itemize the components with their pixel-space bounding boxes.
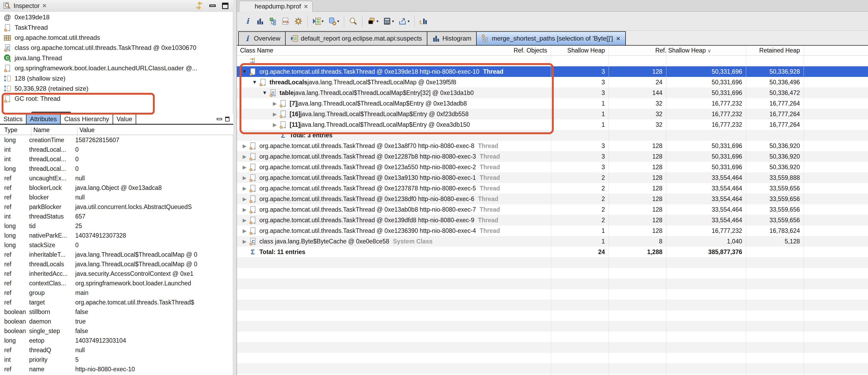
- collapse-arrow-icon[interactable]: ▼: [251, 79, 258, 85]
- info-button[interactable]: i: [241, 15, 254, 27]
- column-header-retained-heap[interactable]: Retained Heap: [747, 47, 800, 54]
- attr-row[interactable]: refcontextClas...org.springframework.boo…: [0, 279, 233, 288]
- dropdown-arrow-icon[interactable]: ▾: [392, 19, 394, 24]
- tree-row[interactable]: ▶[7] java.lang.ThreadLocal$ThreadLocalMa…: [237, 98, 868, 109]
- dropdown-arrow-icon[interactable]: ▾: [337, 19, 339, 24]
- panel-divider[interactable]: [234, 0, 237, 375]
- attr-row[interactable]: intthreadLocal...0: [0, 145, 233, 154]
- attr-row[interactable]: refinheritedAcc...java.security.AccessCo…: [0, 269, 233, 279]
- tab-heapdump[interactable]: heapdump.hprof ✕: [239, 1, 313, 12]
- tree-row[interactable]: ▶[11] java.lang.ThreadLocal$ThreadLocalM…: [237, 119, 868, 130]
- attr-row[interactable]: longtid25: [0, 221, 233, 231]
- attr-row[interactable]: reftargetorg.apache.tomcat.util.threads.…: [0, 297, 233, 307]
- tab-attributes[interactable]: Attributes: [27, 114, 61, 124]
- inspector-close-icon[interactable]: ✕: [42, 3, 47, 8]
- close-icon[interactable]: ✕: [304, 4, 308, 9]
- tree-row[interactable]: ▶org.apache.tomcat.util.threads.TaskThre…: [237, 162, 868, 172]
- tab-class-hierarchy[interactable]: Class Hierarchy: [61, 114, 113, 124]
- tree-row[interactable]: ΣTotal: 11 entries241,288385,877,376: [237, 247, 868, 257]
- expand-arrow-icon[interactable]: ▶: [241, 228, 249, 234]
- attr-row[interactable]: longnativeParkE...140374912307328: [0, 231, 233, 240]
- tree-row[interactable]: ▶org.apache.tomcat.util.threads.TaskThre…: [237, 204, 868, 215]
- tree-row[interactable]: ▶org.apache.tomcat.util.threads.TaskThre…: [237, 141, 868, 151]
- attr-row[interactable]: refblockernull: [0, 193, 233, 202]
- tree-row[interactable]: ▶org.apache.tomcat.util.threads.TaskThre…: [237, 215, 868, 225]
- column-header-ref-objects[interactable]: Ref. Objects: [495, 47, 547, 54]
- inspector-item[interactable]: org.springframework.boot.loader.Launched…: [0, 63, 233, 73]
- view-tab-merge_shortest_paths[interactable]: merge_shortest_paths [selection of 'Byte…: [476, 31, 626, 45]
- expand-arrow-icon[interactable]: ▶: [271, 122, 279, 128]
- dropdown-arrow-icon[interactable]: ▾: [407, 19, 410, 24]
- tree-row[interactable]: ▼threadLocals java.lang.ThreadLocal$Thre…: [237, 77, 868, 88]
- query-browser-button[interactable]: ▾: [326, 15, 342, 27]
- expand-arrow-icon[interactable]: ▶: [241, 238, 249, 244]
- group-by-button[interactable]: ▾: [365, 15, 381, 27]
- export-button[interactable]: ▾: [396, 15, 412, 27]
- inspector-item[interactable]: CSjava.lang.Thread: [0, 53, 233, 63]
- expand-arrow-icon[interactable]: ▶: [271, 111, 279, 117]
- restore-view-icon[interactable]: [225, 117, 229, 121]
- thread-overview-button[interactable]: [292, 15, 305, 27]
- attr-row[interactable]: longthreadLocal...0: [0, 164, 233, 173]
- attr-row[interactable]: refparkBlockerjava.util.concurrent.locks…: [0, 202, 233, 212]
- column-header-name[interactable]: Name: [33, 126, 50, 134]
- minimize-icon[interactable]: [209, 4, 216, 7]
- attr-row[interactable]: refuncaughtEx...null: [0, 173, 233, 183]
- tree-row[interactable]: ▶[16] java.lang.ThreadLocal$ThreadLocalM…: [237, 109, 868, 119]
- attr-row[interactable]: intthreadStatus657: [0, 212, 233, 221]
- calculator-button[interactable]: ▾: [381, 15, 396, 27]
- tab-value[interactable]: Value: [113, 114, 136, 124]
- tree-row[interactable]: ▶org.apache.tomcat.util.threads.TaskThre…: [237, 151, 868, 162]
- column-header-type[interactable]: Type: [4, 126, 18, 134]
- attr-row[interactable]: booleandaemontrue: [0, 317, 233, 326]
- maximize-icon[interactable]: [222, 3, 228, 9]
- attr-row[interactable]: intthreadLocal...0: [0, 154, 233, 164]
- expand-arrow-icon[interactable]: ▶: [241, 217, 249, 223]
- inspector-item[interactable]: 128 (shallow size): [0, 73, 233, 83]
- column-header-ref-shallow-heap[interactable]: Ref. Shallow Heap ∨: [645, 47, 711, 54]
- expand-arrow-icon[interactable]: ▶: [241, 153, 249, 160]
- inspector-item-gc-root[interactable]: GC root: Thread: [0, 94, 233, 104]
- view-tab-overview[interactable]: iOverview: [238, 31, 286, 45]
- attr-row[interactable]: booleanstillbornfalse: [0, 307, 233, 317]
- expand-arrow-icon[interactable]: ▶: [241, 164, 249, 170]
- histogram-button[interactable]: [254, 15, 267, 27]
- tab-statics[interactable]: Statics: [0, 114, 27, 124]
- tree-row[interactable]: ▼org.apache.tomcat.util.threads.TaskThre…: [237, 66, 868, 77]
- tree-row[interactable]: ▶org.apache.tomcat.util.threads.TaskThre…: [237, 225, 868, 236]
- attr-row[interactable]: intpriority5: [0, 355, 233, 365]
- attr-row[interactable]: refnamehttp-nio-8080-exec-10: [0, 365, 233, 374]
- run-report-button[interactable]: ▾: [310, 15, 326, 27]
- view-tab-histogram[interactable]: Histogram: [427, 31, 477, 45]
- column-header-class-name[interactable]: Class Name: [240, 47, 273, 54]
- expand-arrow-icon[interactable]: ▶: [241, 196, 249, 202]
- expand-arrow-icon[interactable]: ▶: [241, 207, 249, 213]
- attr-row[interactable]: longcreationTime1587262815607: [0, 135, 233, 145]
- sync-snapshot-icon[interactable]: [194, 2, 203, 10]
- attr-row[interactable]: refinheritableT...java.lang.ThreadLocal$…: [0, 250, 233, 259]
- tree-row[interactable]: ▶org.apache.tomcat.util.threads.TaskThre…: [237, 194, 868, 204]
- tree-row[interactable]: ▶Cclass java.lang.Byte$ByteCache @ 0xe0e…: [237, 236, 868, 247]
- close-icon[interactable]: ✕: [616, 36, 621, 41]
- attr-row[interactable]: longeetop140374912303104: [0, 336, 233, 345]
- collapse-arrow-icon[interactable]: ▼: [261, 90, 269, 96]
- search-button[interactable]: [347, 15, 360, 27]
- dropdown-arrow-icon[interactable]: ▾: [376, 19, 379, 24]
- column-header-value[interactable]: Value: [80, 126, 95, 134]
- tree-row[interactable]: ΣTotal: 3 entries: [237, 130, 868, 141]
- inspector-item[interactable]: @0xe139de18: [0, 12, 233, 22]
- dropdown-arrow-icon[interactable]: ▾: [322, 19, 324, 24]
- minimize-view-icon[interactable]: [217, 118, 222, 120]
- inspector-item[interactable]: TaskThread: [0, 22, 233, 32]
- attr-row[interactable]: refblockerLockjava.lang.Object @ 0xe13ad…: [0, 183, 233, 193]
- tree-row[interactable]: ▼[]table java.lang.ThreadLocal$ThreadLoc…: [237, 88, 868, 98]
- expand-arrow-icon[interactable]: ▶: [241, 143, 249, 149]
- horizontal-scrollbar-thumb[interactable]: [31, 112, 71, 114]
- expand-arrow-icon[interactable]: ▶: [241, 175, 249, 181]
- tree-row[interactable]: ▶org.apache.tomcat.util.threads.TaskThre…: [237, 172, 868, 183]
- inspector-item[interactable]: 50,336,928 (retained size): [0, 84, 233, 94]
- expand-arrow-icon[interactable]: ▶: [271, 100, 279, 107]
- inspector-item[interactable]: Cclass org.apache.tomcat.util.threads.Ta…: [0, 43, 233, 53]
- attr-row[interactable]: refthreadLocalsjava.lang.ThreadLocal$Thr…: [0, 259, 233, 269]
- attr-row[interactable]: refthreadQnull: [0, 345, 233, 355]
